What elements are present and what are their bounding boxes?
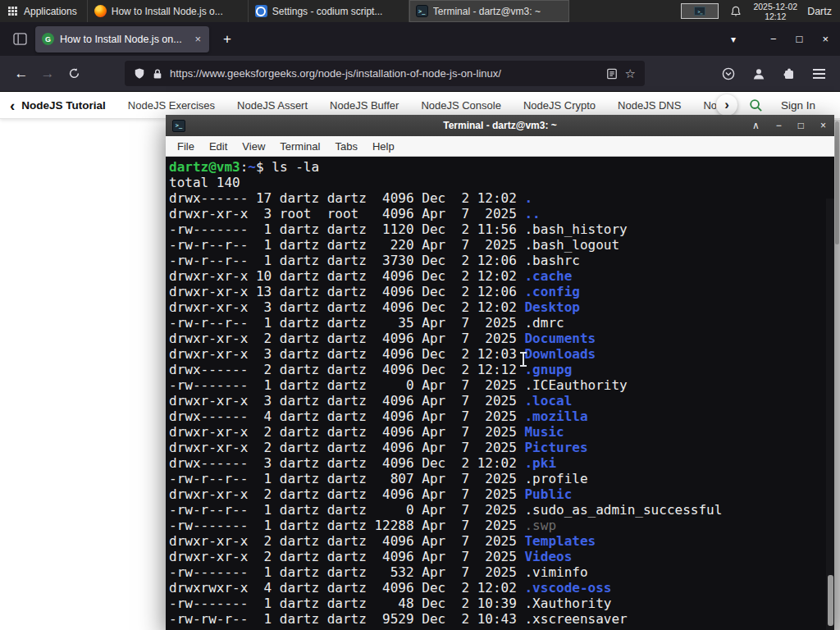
- terminal-screen[interactable]: dartz@vm3:~$ ls -la total 140 drwx------…: [166, 157, 834, 630]
- firefox-view-icon[interactable]: [13, 33, 27, 45]
- window-minimize-button[interactable]: −: [770, 33, 777, 45]
- file-name: Documents: [524, 331, 596, 346]
- new-tab-button[interactable]: +: [219, 31, 235, 48]
- panel-clock[interactable]: 2025-12-02 12:12: [753, 2, 797, 21]
- window-maximize-button[interactable]: □: [797, 33, 803, 45]
- nav-item-truncated[interactable]: Node: [703, 99, 716, 112]
- file-name: .viminfo: [524, 564, 587, 580]
- file-name: .Xauthority: [524, 596, 611, 611]
- ls-row: -rw------- 1 dartz dartz 0 Apr 7 2025 .I…: [169, 377, 834, 393]
- menu-hamburger-icon[interactable]: [813, 69, 825, 79]
- desktop: Applications How to Install Node.js o...…: [0, 0, 840, 630]
- file-name: .: [524, 190, 532, 206]
- ls-row: drwx------ 17 dartz dartz 4096 Dec 2 12:…: [169, 190, 834, 206]
- window-close-button[interactable]: ×: [822, 33, 829, 45]
- nav-next-button[interactable]: ›: [716, 94, 737, 116]
- terminal-minimize-button[interactable]: −: [776, 120, 782, 131]
- terminal-icon: >_: [416, 5, 428, 17]
- menu-edit[interactable]: Edit: [202, 140, 235, 153]
- ls-row: -rw------- 1 dartz dartz 12288 Apr 7 202…: [169, 518, 834, 533]
- terminal-scrollbar[interactable]: [826, 199, 834, 630]
- nav-item-console[interactable]: NodeJS Console: [421, 99, 501, 112]
- terminal-title: Terminal - dartz@vm3: ~: [166, 120, 834, 131]
- back-button[interactable]: ←: [8, 66, 34, 82]
- ls-row: drwxr-xr-x 2 dartz dartz 4096 Apr 7 2025…: [169, 486, 834, 502]
- workspace-window-preview: >_: [694, 7, 705, 16]
- forward-button[interactable]: →: [34, 66, 61, 82]
- account-icon[interactable]: [752, 67, 765, 80]
- ls-row: -rw-r--r-- 1 dartz dartz 220 Apr 7 2025 …: [169, 237, 834, 253]
- ls-row: drwx------ 2 dartz dartz 4096 Dec 2 12:1…: [169, 362, 834, 377]
- url-input[interactable]: https://www.geeksforgeeks.org/node-js/in…: [170, 67, 599, 80]
- ls-row: -rw-rw-r-- 1 dartz dartz 9529 Dec 2 10:4…: [169, 611, 834, 627]
- file-name: .bash_logout: [524, 237, 619, 253]
- clock-time: 12:12: [753, 11, 797, 21]
- list-all-tabs-icon[interactable]: ▾: [731, 34, 736, 45]
- browser-tab-active[interactable]: G How to Install Node.js on... ×: [35, 26, 209, 52]
- terminal-close-button[interactable]: ×: [820, 120, 826, 131]
- ls-row: drwxr-xr-x 3 root root 4096 Apr 7 2025 .…: [169, 206, 834, 221]
- nav-item-exercises[interactable]: NodeJS Exercises: [128, 99, 215, 112]
- terminal-window: >_ Terminal - dartz@vm3: ~ ∧ − □ × File …: [166, 115, 834, 630]
- tab-close-icon[interactable]: ×: [193, 33, 203, 45]
- ls-row: drwxr-xr-x 2 dartz dartz 4096 Apr 7 2025…: [169, 331, 834, 346]
- taskbar-item-settings[interactable]: Settings - codium script...: [248, 0, 409, 22]
- file-name: .gnupg: [524, 362, 572, 377]
- nav-item-tutorial[interactable]: NodeJS Tutorial: [21, 99, 106, 112]
- nav-prev-icon[interactable]: ‹: [10, 98, 15, 113]
- extensions-icon[interactable]: [783, 67, 796, 80]
- file-name: .config: [524, 284, 579, 299]
- ls-row: drwxr-xr-x 2 dartz dartz 4096 Apr 7 2025…: [169, 549, 834, 564]
- menu-help[interactable]: Help: [365, 140, 402, 153]
- ls-row: drwxr-xr-x 2 dartz dartz 4096 Apr 7 2025…: [169, 440, 834, 455]
- terminal-menubar: File Edit View Terminal Tabs Help: [166, 136, 834, 157]
- file-name: .ICEauthority: [524, 377, 627, 393]
- lock-icon[interactable]: [153, 68, 162, 80]
- sign-in-button[interactable]: Sign In: [781, 99, 815, 112]
- file-name: .swp: [524, 518, 556, 533]
- file-name: .xscreensaver: [524, 611, 627, 627]
- file-name: .bashrc: [524, 253, 579, 268]
- user-menu[interactable]: Dartz: [807, 6, 832, 17]
- nav-item-assert[interactable]: NodeJS Assert: [237, 99, 308, 112]
- browser-toolbar: ← → https://www.geeksforgeeks.org/node-j…: [0, 56, 840, 92]
- file-name: Music: [524, 424, 564, 440]
- file-name: .dmrc: [524, 315, 564, 331]
- reader-view-icon[interactable]: [606, 68, 618, 80]
- nav-item-dns[interactable]: NodeJS DNS: [618, 99, 681, 112]
- file-name: Public: [524, 486, 572, 502]
- taskbar-item-terminal[interactable]: >_ Terminal - dartz@vm3: ~: [409, 0, 569, 22]
- workspace-switcher[interactable]: >_: [681, 3, 719, 19]
- reload-button[interactable]: [61, 67, 87, 80]
- nav-item-buffer[interactable]: NodeJS Buffer: [330, 99, 399, 112]
- terminal-titlebar[interactable]: >_ Terminal - dartz@vm3: ~ ∧ − □ ×: [166, 115, 834, 136]
- taskbar-item-firefox[interactable]: How to Install Node.js o...: [87, 0, 248, 22]
- url-bar[interactable]: https://www.geeksforgeeks.org/node-js/in…: [125, 61, 645, 86]
- file-name: Videos: [524, 549, 572, 564]
- menu-terminal[interactable]: Terminal: [272, 140, 327, 153]
- tab-title: How to Install Node.js on...: [60, 34, 187, 45]
- file-name: .sudo_as_admin_successful: [524, 502, 722, 518]
- file-name: .pki: [524, 455, 556, 471]
- top-panel: Applications How to Install Node.js o...…: [0, 0, 840, 22]
- search-icon[interactable]: [749, 98, 763, 112]
- page-scrollbar[interactable]: [834, 120, 840, 630]
- ls-row: drwxrwxr-x 4 dartz dartz 4096 Dec 2 12:0…: [169, 580, 834, 596]
- nav-item-crypto[interactable]: NodeJS Crypto: [523, 99, 596, 112]
- prompt-path: ~: [248, 159, 256, 175]
- task-label: Settings - codium script...: [272, 6, 383, 17]
- menu-tabs[interactable]: Tabs: [327, 140, 364, 153]
- notifications-icon[interactable]: [730, 6, 742, 17]
- terminal-maximize-button[interactable]: □: [798, 120, 804, 131]
- menu-view[interactable]: View: [235, 140, 272, 153]
- shield-icon[interactable]: [134, 67, 145, 80]
- bookmark-star-icon[interactable]: ☆: [625, 66, 636, 81]
- applications-menu[interactable]: Applications: [0, 0, 87, 22]
- task-label: How to Install Node.js o...: [112, 6, 223, 17]
- terminal-scrollbar-thumb[interactable]: [828, 575, 833, 626]
- ls-row: -rw------- 1 dartz dartz 1120 Dec 2 11:5…: [169, 221, 834, 237]
- terminal-shade-button[interactable]: ∧: [752, 120, 760, 131]
- page-scrollbar-thumb[interactable]: [835, 121, 839, 244]
- pocket-icon[interactable]: [722, 67, 735, 80]
- menu-file[interactable]: File: [170, 140, 202, 153]
